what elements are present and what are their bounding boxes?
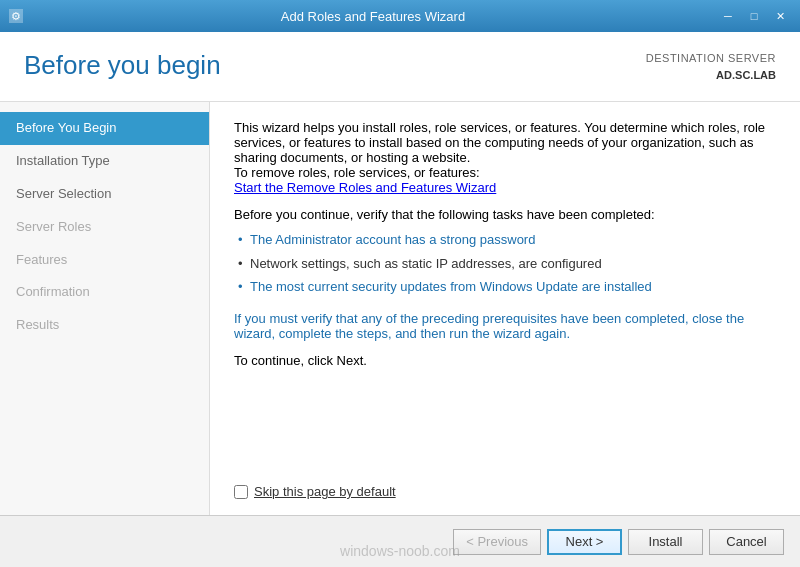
continue-note: To continue, click Next. xyxy=(234,353,776,368)
title-bar-controls: ─ □ ✕ xyxy=(716,6,792,26)
svg-text:⚙: ⚙ xyxy=(11,10,21,22)
sidebar-item-server-selection[interactable]: Server Selection xyxy=(0,178,209,211)
skip-checkbox[interactable] xyxy=(234,485,248,499)
close-button[interactable]: ✕ xyxy=(768,6,792,26)
prerequisite-note: If you must verify that any of the prece… xyxy=(234,311,776,341)
destination-label: DESTINATION SERVER xyxy=(646,50,776,67)
install-button[interactable]: Install xyxy=(628,529,703,555)
bullet-item-3: The most current security updates from W… xyxy=(234,275,776,299)
next-button[interactable]: Next > xyxy=(547,529,622,555)
sidebar-item-results: Results xyxy=(0,309,209,342)
sidebar-item-before-you-begin[interactable]: Before You Begin xyxy=(0,112,209,145)
page-title: Before you begin xyxy=(24,50,221,81)
title-bar-title: Add Roles and Features Wizard xyxy=(30,9,716,24)
sidebar-item-features: Features xyxy=(0,244,209,277)
wizard-header: Before you begin DESTINATION SERVER AD.S… xyxy=(0,32,800,102)
sidebar-item-server-roles: Server Roles xyxy=(0,211,209,244)
wizard-body: Before You Begin Installation Type Serve… xyxy=(0,102,800,515)
remove-link[interactable]: Start the Remove Roles and Features Wiza… xyxy=(234,180,776,195)
sidebar-item-confirmation: Confirmation xyxy=(0,276,209,309)
sidebar: Before You Begin Installation Type Serve… xyxy=(0,102,210,515)
title-bar: ⚙ Add Roles and Features Wizard ─ □ ✕ xyxy=(0,0,800,32)
wizard-icon: ⚙ xyxy=(8,8,24,24)
verify-label: Before you continue, verify that the fol… xyxy=(234,207,776,222)
skip-checkbox-area: Skip this page by default xyxy=(234,484,396,499)
server-name: AD.SC.LAB xyxy=(646,67,776,84)
wizard-footer: < Previous Next > Install Cancel xyxy=(0,515,800,567)
cancel-button[interactable]: Cancel xyxy=(709,529,784,555)
skip-checkbox-label[interactable]: Skip this page by default xyxy=(254,484,396,499)
bullet-item-1: The Administrator account has a strong p… xyxy=(234,228,776,252)
bullet-item-2: Network settings, such as static IP addr… xyxy=(234,252,776,276)
bullet-list: The Administrator account has a strong p… xyxy=(234,228,776,299)
content-area: This wizard helps you install roles, rol… xyxy=(210,102,800,515)
wizard-container: Before you begin DESTINATION SERVER AD.S… xyxy=(0,32,800,567)
minimize-button[interactable]: ─ xyxy=(716,6,740,26)
previous-button[interactable]: < Previous xyxy=(453,529,541,555)
destination-server-info: DESTINATION SERVER AD.SC.LAB xyxy=(646,50,776,83)
remove-label: To remove roles, role services, or featu… xyxy=(234,165,776,180)
intro-text: This wizard helps you install roles, rol… xyxy=(234,120,776,165)
sidebar-item-installation-type[interactable]: Installation Type xyxy=(0,145,209,178)
maximize-button[interactable]: □ xyxy=(742,6,766,26)
